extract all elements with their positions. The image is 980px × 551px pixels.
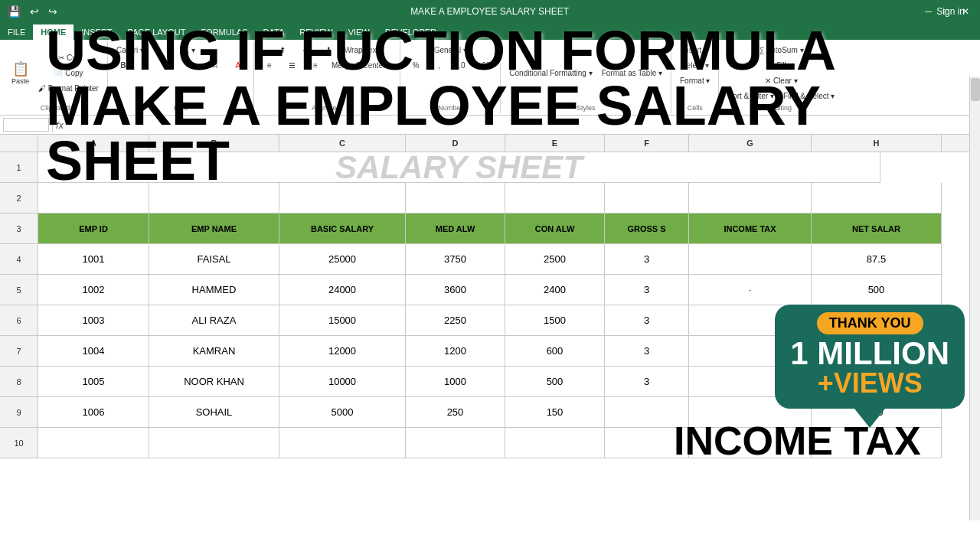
- cell-2c[interactable]: [279, 183, 406, 214]
- cell-6c[interactable]: 15000: [279, 305, 406, 336]
- cell-2a[interactable]: [38, 183, 149, 214]
- cell-5b[interactable]: HAMMED: [149, 275, 279, 305]
- tab-developer[interactable]: DEVELOPER: [377, 24, 444, 40]
- col-header-c[interactable]: C: [279, 135, 406, 152]
- cell-6a[interactable]: 1003: [38, 305, 149, 336]
- cell-6h[interactable]: 12.5: [812, 305, 942, 336]
- italic-button[interactable]: I: [136, 58, 157, 72]
- merge-center-button[interactable]: Merge & Center ▾: [328, 58, 395, 72]
- wrap-text-button[interactable]: Wrap Text: [341, 43, 383, 57]
- autosum-button[interactable]: ∑ AutoSum ▾: [755, 43, 807, 57]
- fill-color-button[interactable]: A: [204, 58, 226, 72]
- decrease-decimal-button[interactable]: .00: [474, 58, 495, 72]
- font-color-button[interactable]: A: [227, 58, 249, 72]
- cell-9a[interactable]: 1006: [38, 397, 149, 428]
- percent-button[interactable]: %: [405, 58, 426, 72]
- header-con-alw[interactable]: CON ALW: [505, 214, 605, 244]
- header-med-alw[interactable]: MED ALW: [406, 214, 505, 244]
- number-format-dropdown[interactable]: General ▾: [430, 43, 471, 57]
- col-header-f[interactable]: F: [605, 135, 689, 152]
- align-middle-button[interactable]: ↔: [295, 43, 316, 57]
- cell-9f[interactable]: [605, 397, 689, 428]
- tab-view[interactable]: VIEW: [341, 24, 377, 40]
- cell-10d[interactable]: [406, 428, 505, 458]
- vertical-scrollbar[interactable]: [969, 77, 980, 520]
- align-left-button[interactable]: ≡: [259, 58, 280, 72]
- col-header-e[interactable]: E: [505, 135, 605, 152]
- save-quick-btn[interactable]: 💾: [6, 5, 22, 18]
- align-right-button[interactable]: ≡: [305, 58, 326, 72]
- cell-4e[interactable]: 2500: [505, 244, 605, 275]
- tab-file[interactable]: FILE: [0, 24, 33, 40]
- cell-2h[interactable]: [812, 183, 942, 214]
- cell-7f[interactable]: 3: [605, 336, 689, 367]
- find-select-button[interactable]: Find & Select ▾: [779, 89, 838, 103]
- cell-4d[interactable]: 3750: [406, 244, 505, 275]
- insert-cells-button[interactable]: Insert ▾: [678, 43, 711, 57]
- align-center-button[interactable]: ☰: [282, 58, 303, 72]
- cell-6d[interactable]: 2250: [406, 305, 505, 336]
- redo-quick-btn[interactable]: ↪: [47, 5, 59, 18]
- format-as-table-button[interactable]: Format as Table ▾: [598, 66, 666, 80]
- cell-10b[interactable]: [149, 428, 279, 458]
- cell-5h[interactable]: 500: [812, 275, 942, 305]
- tab-page-layout[interactable]: PAGE LAYOUT: [119, 24, 193, 40]
- col-header-h[interactable]: H: [812, 135, 942, 152]
- cell-7e[interactable]: 600: [505, 336, 605, 367]
- minimize-btn[interactable]: ─: [920, 6, 936, 17]
- cell-8f[interactable]: 3: [605, 367, 689, 397]
- format-cells-button[interactable]: Format ▾: [676, 73, 714, 87]
- cell-ref-input[interactable]: A1: [3, 118, 49, 132]
- cell-7a[interactable]: 1004: [38, 336, 149, 367]
- col-header-g[interactable]: G: [689, 135, 812, 152]
- scrollbar-thumb[interactable]: [971, 78, 980, 101]
- signin-button[interactable]: Sign in: [936, 6, 965, 17]
- cell-5g[interactable]: ·: [689, 275, 812, 305]
- cell-7h[interactable]: 386: [812, 336, 942, 367]
- cell-2f[interactable]: [605, 183, 689, 214]
- cell-9h[interactable]: .00: [812, 397, 942, 428]
- borders-button[interactable]: ⊞: [181, 58, 203, 72]
- cell-8a[interactable]: 1005: [38, 367, 149, 397]
- cell-7d[interactable]: 1200: [406, 336, 505, 367]
- format-painter-button[interactable]: 🖌 Format Painter: [34, 81, 103, 95]
- cell-8h[interactable]: 155: [812, 367, 942, 397]
- cell-10c[interactable]: [279, 428, 406, 458]
- cell-2b[interactable]: [149, 183, 279, 214]
- cell-8e[interactable]: 500: [505, 367, 605, 397]
- tab-data[interactable]: DATA: [256, 24, 292, 40]
- cell-8b[interactable]: NOOR KHAN: [149, 367, 279, 397]
- cell-10e[interactable]: [505, 428, 605, 458]
- font-family-dropdown[interactable]: Calibri ▾: [113, 43, 174, 57]
- comma-button[interactable]: ,: [428, 58, 449, 72]
- cell-5e[interactable]: 2400: [505, 275, 605, 305]
- undo-quick-btn[interactable]: ↩: [28, 5, 41, 18]
- header-basic-salary[interactable]: BASIC SALARY: [279, 214, 406, 244]
- col-header-a[interactable]: A: [38, 135, 149, 152]
- font-size-dropdown[interactable]: 11 ▾: [177, 43, 199, 57]
- cell-10h[interactable]: [812, 428, 942, 458]
- cell-8g[interactable]: [689, 367, 812, 397]
- clear-button[interactable]: ✕ Clear ▾: [761, 73, 801, 87]
- sort-filter-button[interactable]: Sort & Filter ▾: [724, 89, 778, 103]
- cell-10a[interactable]: [38, 428, 149, 458]
- col-header-b[interactable]: B: [149, 135, 279, 152]
- header-income-tax[interactable]: INCOME TAX: [689, 214, 812, 244]
- cell-4a[interactable]: 1001: [38, 244, 149, 275]
- increase-decimal-button[interactable]: .0: [451, 58, 472, 72]
- cell-4h[interactable]: 87.5: [812, 244, 942, 275]
- cell-9c[interactable]: 5000: [279, 397, 406, 428]
- cell-9g[interactable]: [689, 397, 812, 428]
- cell-5d[interactable]: 3600: [406, 275, 505, 305]
- header-net-salar[interactable]: NET SALAR: [812, 214, 942, 244]
- cell-7g[interactable]: [689, 336, 812, 367]
- cell-5c[interactable]: 24000: [279, 275, 406, 305]
- cell-9b[interactable]: SOHAIL: [149, 397, 279, 428]
- cell-5a[interactable]: 1002: [38, 275, 149, 305]
- cell-4g[interactable]: [689, 244, 812, 275]
- cell-7c[interactable]: 12000: [279, 336, 406, 367]
- tab-formulas[interactable]: FORMULAS: [193, 24, 255, 40]
- cell-6f[interactable]: 3: [605, 305, 689, 336]
- header-gross-s[interactable]: GROSS S: [605, 214, 689, 244]
- col-header-d[interactable]: D: [406, 135, 505, 152]
